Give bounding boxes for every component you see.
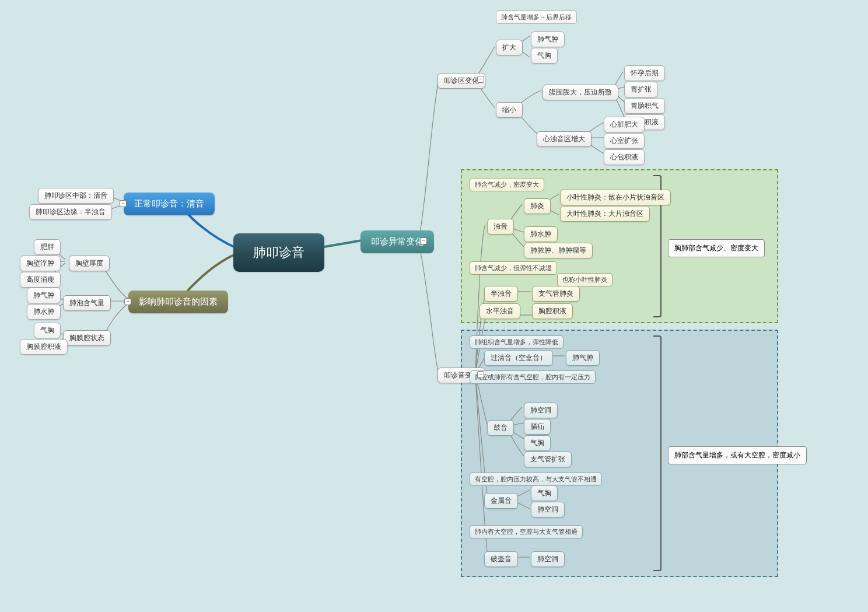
sub-small-g2[interactable]: 心浊音区增大	[537, 131, 592, 147]
toggle-icon[interactable]: −	[420, 237, 427, 244]
leaf-g2-1[interactable]: 肺水肿	[27, 304, 61, 320]
leaf-g3-1[interactable]: 胸膜腔积液	[20, 339, 68, 355]
leaf-small-g2-0[interactable]: 心脏肥大	[604, 117, 645, 132]
desc-metal: 有空腔，腔内压力较高，与大支气管不相通	[470, 473, 602, 486]
leaf-pneumonia-1[interactable]: 大叶性肺炎：大片浊音区	[560, 206, 650, 222]
leaf-pot-c[interactable]: 肺空洞	[531, 551, 565, 567]
leaf-g1-2[interactable]: 高度消瘦	[20, 272, 61, 288]
sub-hyper[interactable]: 过清音（空盒音）	[484, 350, 553, 366]
leaf-small-g2-1[interactable]: 心室扩张	[604, 133, 645, 149]
sub-big[interactable]: 扩大	[496, 40, 523, 55]
leaf-metal-0[interactable]: 气胸	[531, 485, 558, 501]
sub-factors-g3[interactable]: 胸膜腔状态	[63, 330, 111, 346]
desc-half: 肺含气减少，但弹性不减退	[470, 261, 557, 275]
leaf-small-g1-1[interactable]: 胃扩张	[624, 82, 658, 97]
sub-pot[interactable]: 破壶音	[484, 551, 518, 567]
sub-tymp[interactable]: 鼓音	[487, 420, 514, 436]
caption-dense: 胸肺部含气减少、密度变大	[668, 239, 765, 257]
leaf-tymp-3[interactable]: 支气管扩张	[524, 452, 572, 467]
sub-small[interactable]: 缩小	[496, 102, 523, 118]
sub-metal[interactable]: 金属音	[484, 493, 518, 509]
main-normal[interactable]: 正常叩诊音：清音	[124, 193, 215, 215]
desc-big: 肺含气量增多→后界后移	[496, 11, 577, 24]
sub-factors-g1[interactable]: 胸壁厚度	[69, 256, 110, 271]
toggle-icon[interactable]: −	[120, 200, 127, 207]
leaf-dull-c3[interactable]: 肺脓肿、肺肿瘤等	[524, 243, 593, 258]
leaf-g1-1[interactable]: 胸壁浮肿	[20, 256, 61, 271]
leaf-small-g2-2[interactable]: 心包积液	[604, 149, 645, 165]
leaf-small-g1-0[interactable]: 怀孕后期	[624, 65, 665, 81]
leaf-normal-0[interactable]: 肺叩诊区中部：清音	[38, 188, 114, 204]
toggle-icon[interactable]: −	[477, 76, 484, 83]
leaf-tymp-2[interactable]: 气胸	[524, 435, 551, 451]
toggle-icon[interactable]: −	[124, 298, 131, 305]
leaf-big-0[interactable]: 肺气肿	[531, 32, 565, 47]
leaf-hyper-c[interactable]: 肺气肿	[566, 350, 600, 366]
desc-half-note: 也称小叶性肺炎	[557, 273, 612, 286]
leaf-half-c[interactable]: 支气管肺炎	[532, 286, 580, 302]
desc-hyper: 肺组织含气量增多，弹性降低	[470, 335, 564, 349]
root-node[interactable]: 肺叩诊音	[233, 233, 324, 272]
leaf-g2-0[interactable]: 肺气肿	[27, 288, 61, 303]
sub-flat[interactable]: 水平浊音	[480, 303, 520, 319]
bracket-sparse	[653, 335, 662, 571]
sub-half[interactable]: 半浊音	[484, 286, 518, 302]
sub-factors-g2[interactable]: 肺泡含气量	[63, 295, 111, 311]
toggle-icon[interactable]: −	[477, 371, 484, 378]
leaf-g3-0[interactable]: 气胸	[34, 323, 61, 338]
leaf-flat-c[interactable]: 胸腔积液	[532, 303, 573, 319]
sub-dull[interactable]: 浊音	[487, 219, 514, 235]
desc-dull: 肺含气减少，密度变大	[470, 178, 544, 191]
leaf-metal-1[interactable]: 肺空洞	[531, 502, 565, 517]
desc-pot: 肺内有大空腔，空腔与大支气管相通	[470, 525, 583, 538]
caption-sparse: 肺部含气量增多，或有大空腔，密度减小	[668, 446, 807, 464]
leaf-g1-0[interactable]: 肥胖	[34, 239, 61, 255]
leaf-small-g1-2[interactable]: 胃肠积气	[624, 98, 665, 114]
leaf-tymp-1[interactable]: 膈疝	[524, 419, 551, 435]
leaf-tymp-0[interactable]: 肺空洞	[524, 403, 558, 418]
sub-pneumonia[interactable]: 肺炎	[524, 198, 551, 214]
leaf-pneumonia-0[interactable]: 小叶性肺炎：散在小片状浊音区	[560, 190, 671, 205]
leaf-dull-c2[interactable]: 肺水肿	[524, 226, 558, 242]
leaf-normal-1[interactable]: 肺叩诊区边缘：半浊音	[29, 204, 112, 220]
main-factors[interactable]: 影响肺叩诊音的因素	[128, 291, 228, 313]
sub-small-g1[interactable]: 腹围膨大，压迫所致	[542, 85, 618, 100]
leaf-big-1[interactable]: 气胸	[531, 48, 558, 64]
desc-tymp: 胸腔或肺部有含气空腔，腔内有一定压力	[470, 370, 596, 384]
